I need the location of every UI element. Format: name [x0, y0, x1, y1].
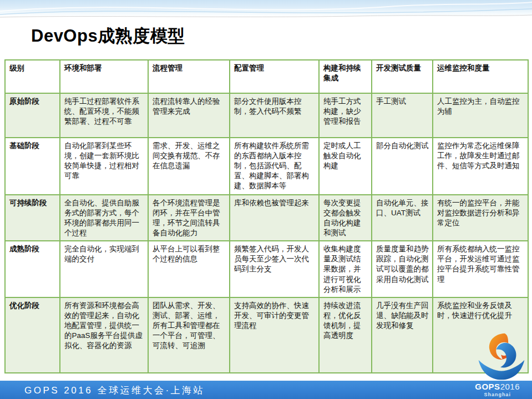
row-label: 优化阶段 — [5, 297, 60, 373]
column-header-monitoring: 运维监控和度量 — [433, 60, 528, 93]
table-cell: 监控作为常态化运维保障工作，故障发生时通过邮件、短信等方式及时通知 — [433, 138, 528, 195]
footer-bar: GOPS 2016 全球运维大会·上海站 GOPS2016 Shanghai — [0, 381, 532, 399]
table-cell: 全自动化、提供自助服务式的部署方式，每个环境的部署都共用同一个过程 — [60, 195, 148, 241]
table-row: 优化阶段 所有资源和环境都会高效的管理起来，自动化地配置管理，提供统一的PaaS… — [5, 297, 528, 373]
top-decorative-band — [0, 0, 532, 17]
table-cell: 收集构建度量及测试结果数据，并进行可视化分析和展示 — [319, 241, 372, 297]
table-cell: 自动化单元、接口、UAT测试 — [372, 195, 433, 241]
maturity-table: 级别 环境和部署 流程管理 配置管理 构建和持续集成 开发测试质量 运维监控和度… — [4, 59, 529, 373]
table-cell: 团队从需求、开发、测试、部署、运维，所有工具和管理都在一个平台，可管理、可流转、… — [148, 297, 230, 373]
gops-brand-text: GOPS — [475, 382, 500, 391]
table-cell: 持续改进流程，优化反馈机制，提高透明度 — [319, 297, 372, 373]
table-cell: 人工监控为主，自动监控为辅 — [433, 93, 528, 138]
table-cell: 库和依赖也被管理起来 — [230, 195, 319, 241]
table-cell: 完全自动化，实现端到端的交付 — [60, 241, 148, 297]
column-header-test-quality: 开发测试质量 — [372, 60, 433, 93]
table-cell: 需求、开发、运维之间交换有规范、不存在信息遗漏 — [148, 138, 230, 195]
table-cell: 部分文件使用版本控制，签入代码不频繁 — [230, 93, 319, 138]
gops-year-text: 2016 — [500, 382, 520, 391]
table-cell: 有统一的监控平台，并能对监控数据进行分析和异常定位 — [433, 195, 528, 241]
column-header-process: 流程管理 — [148, 60, 230, 93]
row-label: 原始阶段 — [5, 93, 60, 138]
row-label: 成熟阶段 — [5, 241, 60, 297]
gops-city-text: Shanghai — [475, 392, 520, 397]
page-title: DevOps成熟度模型 — [31, 24, 185, 48]
table-cell: 从平台上可以看到整个过程的信息 — [148, 241, 230, 297]
table-row: 成熟阶段 完全自动化，实现端到端的交付 从平台上可以看到整个过程的信息 频繁签入… — [5, 241, 528, 297]
table-cell: 纯手工方式构建，缺少管理和报告 — [319, 93, 372, 138]
column-header-level: 级别 — [5, 60, 60, 93]
row-label: 可持续阶段 — [5, 195, 60, 241]
table-row: 可持续阶段 全自动化、提供自助服务式的部署方式，每个环境的部署都共用同一个过程 … — [5, 195, 528, 241]
table-cell: 几乎没有生产回退、缺陷能及时发现和修复 — [372, 297, 433, 373]
table-cell: 频繁签入代码，开发人员每天至少签入一次代码到主分支 — [230, 241, 319, 297]
table-cell: 所有构建软件系统所需的东西都纳入版本控制，包括源代码、配置、构建脚本、部署构建、… — [230, 138, 319, 195]
column-header-config: 配置管理 — [230, 60, 319, 93]
table-cell: 支持高效的协作、快速开发、可审计的变更管理流程 — [230, 297, 319, 373]
table-header-row: 级别 环境和部署 流程管理 配置管理 构建和持续集成 开发测试质量 运维监控和度… — [5, 60, 528, 93]
gops-logo-icon — [475, 331, 528, 383]
gops-wordmark: GOPS2016 Shanghai — [475, 382, 520, 397]
table-cell: 部分自动化测试 — [372, 138, 433, 195]
wave-decoration-icon — [0, 0, 532, 19]
table-cell: 流程流转靠人的经验管理来完成 — [148, 93, 230, 138]
column-header-env-deploy: 环境和部署 — [60, 60, 148, 93]
table-cell: 质量度量和趋势跟踪，自动化测试可以覆盖的都采用自动化测试 — [372, 241, 433, 297]
table-cell: 定时或人工触发自动化构建 — [319, 138, 372, 195]
table-row: 基础阶段 自动化部署到某些环境，创建一套新环境比较简单快捷，过程相对可靠 需求、… — [5, 138, 528, 195]
table-cell: 每次变更提交都会触发自动化构建和测试 — [319, 195, 372, 241]
conference-title: GOPS 2016 全球运维大会·上海站 — [24, 384, 205, 397]
table-cell: 所有系统都纳入统一监控平台，开发运维可通过监控平台提升系统可靠性管理 — [433, 241, 528, 297]
table-cell: 所有资源和环境都会高效的管理起来，自动化地配置管理，提供统一的PaaS服务平台提… — [60, 297, 148, 373]
table-cell: 纯手工过程部署软件系统、配置环境，不能频繁部署、过程不可靠 — [60, 93, 148, 138]
table-cell: 手工测试 — [372, 93, 433, 138]
table-row: 原始阶段 纯手工过程部署软件系统、配置环境，不能频繁部署、过程不可靠 流程流转靠… — [5, 93, 528, 138]
row-label: 基础阶段 — [5, 138, 60, 195]
table-cell: 各个环境流程管理是闭环，并在平台中管理，环节之间流转具备自动化能力 — [148, 195, 230, 241]
table-cell: 自动化部署到某些环境，创建一套新环境比较简单快捷，过程相对可靠 — [60, 138, 148, 195]
column-header-build-ci: 构建和持续集成 — [319, 60, 372, 93]
